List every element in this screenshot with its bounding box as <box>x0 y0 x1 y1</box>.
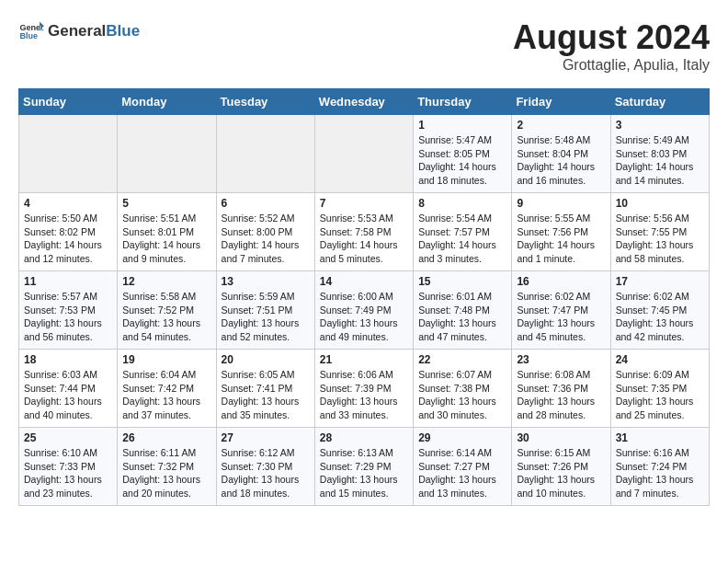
logo: General Blue GeneralBlue <box>18 18 140 44</box>
day-number: 27 <box>222 431 310 444</box>
day-number: 3 <box>616 119 704 132</box>
day-info: Sunrise: 5:50 AMSunset: 8:02 PMDaylight:… <box>24 212 112 266</box>
weekday-header-row: SundayMondayTuesdayWednesdayThursdayFrid… <box>19 89 710 115</box>
day-info: Sunrise: 5:55 AMSunset: 7:56 PMDaylight:… <box>517 212 605 266</box>
calendar-cell: 22Sunrise: 6:07 AMSunset: 7:38 PMDayligh… <box>414 350 512 428</box>
day-number: 17 <box>616 275 704 288</box>
day-number: 11 <box>24 275 112 288</box>
calendar-cell: 18Sunrise: 6:03 AMSunset: 7:44 PMDayligh… <box>19 350 118 428</box>
day-info: Sunrise: 5:57 AMSunset: 7:53 PMDaylight:… <box>24 290 112 344</box>
calendar-week-row: 25Sunrise: 6:10 AMSunset: 7:33 PMDayligh… <box>19 428 710 506</box>
day-info: Sunrise: 6:07 AMSunset: 7:38 PMDaylight:… <box>418 368 506 422</box>
day-number: 23 <box>517 353 605 366</box>
calendar-cell: 27Sunrise: 6:12 AMSunset: 7:30 PMDayligh… <box>216 428 314 506</box>
weekday-header: Friday <box>512 89 610 115</box>
day-number: 10 <box>616 197 704 210</box>
day-number: 22 <box>418 353 506 366</box>
calendar-cell: 10Sunrise: 5:56 AMSunset: 7:55 PMDayligh… <box>610 193 709 271</box>
day-number: 8 <box>418 197 506 210</box>
day-number: 16 <box>517 275 605 288</box>
day-info: Sunrise: 5:58 AMSunset: 7:52 PMDaylight:… <box>122 290 210 344</box>
day-number: 24 <box>616 353 704 366</box>
calendar-week-row: 1Sunrise: 5:47 AMSunset: 8:05 PMDaylight… <box>19 115 710 193</box>
logo-icon: General Blue <box>18 18 44 44</box>
day-info: Sunrise: 6:12 AMSunset: 7:30 PMDaylight:… <box>222 446 310 500</box>
day-number: 9 <box>517 197 605 210</box>
calendar-cell: 29Sunrise: 6:14 AMSunset: 7:27 PMDayligh… <box>414 428 512 506</box>
day-number: 25 <box>24 431 112 444</box>
day-number: 14 <box>320 275 408 288</box>
calendar-cell: 28Sunrise: 6:13 AMSunset: 7:29 PMDayligh… <box>314 428 413 506</box>
calendar-cell <box>118 115 216 193</box>
day-number: 18 <box>24 353 112 366</box>
logo-blue: Blue <box>106 22 140 40</box>
weekday-header: Wednesday <box>314 89 413 115</box>
calendar-cell: 1Sunrise: 5:47 AMSunset: 8:05 PMDaylight… <box>414 115 512 193</box>
calendar-week-row: 4Sunrise: 5:50 AMSunset: 8:02 PMDaylight… <box>19 193 710 271</box>
calendar-subtitle: Grottaglie, Apulia, Italy <box>513 57 710 74</box>
calendar-cell: 15Sunrise: 6:01 AMSunset: 7:48 PMDayligh… <box>414 271 512 350</box>
day-info: Sunrise: 6:15 AMSunset: 7:26 PMDaylight:… <box>517 446 605 500</box>
day-info: Sunrise: 6:11 AMSunset: 7:32 PMDaylight:… <box>122 446 210 500</box>
calendar-cell: 16Sunrise: 6:02 AMSunset: 7:47 PMDayligh… <box>512 271 610 350</box>
day-info: Sunrise: 6:13 AMSunset: 7:29 PMDaylight:… <box>320 446 408 500</box>
logo-general: General <box>48 22 106 40</box>
calendar-cell: 14Sunrise: 6:00 AMSunset: 7:49 PMDayligh… <box>314 271 413 350</box>
day-number: 21 <box>320 353 408 366</box>
title-block: August 2024 Grottaglie, Apulia, Italy <box>513 18 710 74</box>
calendar-cell: 25Sunrise: 6:10 AMSunset: 7:33 PMDayligh… <box>19 428 118 506</box>
day-info: Sunrise: 6:14 AMSunset: 7:27 PMDaylight:… <box>418 446 506 500</box>
day-number: 1 <box>418 119 506 132</box>
day-info: Sunrise: 5:56 AMSunset: 7:55 PMDaylight:… <box>616 212 704 266</box>
day-info: Sunrise: 6:04 AMSunset: 7:42 PMDaylight:… <box>122 368 210 422</box>
day-info: Sunrise: 6:06 AMSunset: 7:39 PMDaylight:… <box>320 368 408 422</box>
day-info: Sunrise: 6:03 AMSunset: 7:44 PMDaylight:… <box>24 368 112 422</box>
calendar-cell <box>19 115 118 193</box>
day-number: 6 <box>222 197 310 210</box>
day-number: 7 <box>320 197 408 210</box>
day-info: Sunrise: 5:49 AMSunset: 8:03 PMDaylight:… <box>616 133 704 188</box>
day-number: 19 <box>122 353 210 366</box>
calendar-cell: 13Sunrise: 5:59 AMSunset: 7:51 PMDayligh… <box>216 271 314 350</box>
day-info: Sunrise: 5:52 AMSunset: 8:00 PMDaylight:… <box>222 212 310 266</box>
weekday-header: Monday <box>118 89 216 115</box>
day-number: 31 <box>616 431 704 444</box>
day-info: Sunrise: 5:48 AMSunset: 8:04 PMDaylight:… <box>517 133 605 188</box>
calendar-week-row: 18Sunrise: 6:03 AMSunset: 7:44 PMDayligh… <box>19 350 710 428</box>
page-header: General Blue GeneralBlue August 2024 Gro… <box>18 18 710 74</box>
calendar-title: August 2024 <box>513 18 710 57</box>
day-info: Sunrise: 5:59 AMSunset: 7:51 PMDaylight:… <box>222 290 310 344</box>
calendar-cell: 21Sunrise: 6:06 AMSunset: 7:39 PMDayligh… <box>314 350 413 428</box>
day-number: 13 <box>222 275 310 288</box>
weekday-header: Thursday <box>414 89 512 115</box>
day-number: 30 <box>517 431 605 444</box>
day-info: Sunrise: 6:01 AMSunset: 7:48 PMDaylight:… <box>418 290 506 344</box>
day-info: Sunrise: 6:08 AMSunset: 7:36 PMDaylight:… <box>517 368 605 422</box>
calendar-cell: 23Sunrise: 6:08 AMSunset: 7:36 PMDayligh… <box>512 350 610 428</box>
calendar-cell: 8Sunrise: 5:54 AMSunset: 7:57 PMDaylight… <box>414 193 512 271</box>
day-info: Sunrise: 5:53 AMSunset: 7:58 PMDaylight:… <box>320 212 408 266</box>
calendar-cell: 9Sunrise: 5:55 AMSunset: 7:56 PMDaylight… <box>512 193 610 271</box>
day-number: 4 <box>24 197 112 210</box>
day-info: Sunrise: 5:51 AMSunset: 8:01 PMDaylight:… <box>122 212 210 266</box>
weekday-header: Saturday <box>610 89 709 115</box>
svg-text:Blue: Blue <box>19 31 38 40</box>
day-number: 12 <box>122 275 210 288</box>
day-info: Sunrise: 6:02 AMSunset: 7:47 PMDaylight:… <box>517 290 605 344</box>
calendar-cell <box>314 115 413 193</box>
calendar-cell: 7Sunrise: 5:53 AMSunset: 7:58 PMDaylight… <box>314 193 413 271</box>
calendar-cell: 31Sunrise: 6:16 AMSunset: 7:24 PMDayligh… <box>610 428 709 506</box>
weekday-header: Tuesday <box>216 89 314 115</box>
day-info: Sunrise: 6:00 AMSunset: 7:49 PMDaylight:… <box>320 290 408 344</box>
day-number: 5 <box>122 197 210 210</box>
day-info: Sunrise: 6:05 AMSunset: 7:41 PMDaylight:… <box>222 368 310 422</box>
calendar-cell: 30Sunrise: 6:15 AMSunset: 7:26 PMDayligh… <box>512 428 610 506</box>
day-info: Sunrise: 5:54 AMSunset: 7:57 PMDaylight:… <box>418 212 506 266</box>
calendar-cell: 19Sunrise: 6:04 AMSunset: 7:42 PMDayligh… <box>118 350 216 428</box>
day-info: Sunrise: 6:10 AMSunset: 7:33 PMDaylight:… <box>24 446 112 500</box>
day-number: 15 <box>418 275 506 288</box>
day-number: 26 <box>122 431 210 444</box>
day-number: 2 <box>517 119 605 132</box>
calendar-cell: 26Sunrise: 6:11 AMSunset: 7:32 PMDayligh… <box>118 428 216 506</box>
day-info: Sunrise: 6:16 AMSunset: 7:24 PMDaylight:… <box>616 446 704 500</box>
